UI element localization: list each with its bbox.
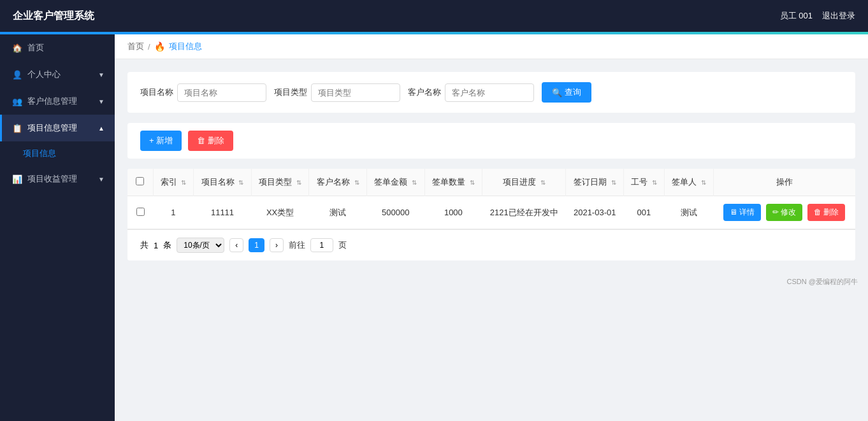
pagination-total: 1 (154, 241, 158, 250)
th-index-label: 索引 (161, 177, 177, 187)
delete-btn-label: 🗑 删除 (197, 135, 224, 146)
pagination-unit: 条 (163, 239, 171, 251)
sidebar: 🏠 首页 👤 个人中心 ▼ 👥 客户信息管理 ▼ 📋 项目信息管理 ▲ 项目信息… (0, 34, 115, 421)
prev-page-button[interactable]: ‹ (229, 238, 243, 252)
action-bar: + 新增 🗑 删除 (127, 123, 855, 159)
th-project-name-label: 项目名称 (201, 177, 235, 187)
cell-project-type: XX类型 (251, 196, 309, 229)
detail-button[interactable]: 🖥 详情 (723, 204, 761, 221)
cell-project-name: 11111 (194, 196, 252, 229)
select-all-checkbox[interactable] (136, 177, 144, 185)
project-name-label: 项目名称 (140, 87, 173, 98)
revenue-icon: 📊 (12, 175, 22, 184)
sort-icon-sign-date: ⇅ (611, 179, 616, 186)
current-page-indicator[interactable]: 1 (249, 238, 264, 252)
th-signer[interactable]: 签单人 ⇅ (664, 169, 713, 196)
th-project-progress[interactable]: 项目进度 ⇅ (482, 169, 566, 196)
content-area: 项目名称 项目类型 客户名称 🔍 查询 + (115, 59, 868, 273)
next-page-button[interactable]: › (270, 238, 284, 252)
table-container: 索引 ⇅ 项目名称 ⇅ 项目类型 ⇅ (127, 169, 855, 260)
logout-button[interactable]: 退出登录 (822, 10, 855, 22)
th-index[interactable]: 索引 ⇅ (153, 169, 194, 196)
filter-project-type: 项目类型 (274, 83, 400, 102)
cell-index: 1 (153, 196, 194, 229)
fire-icon: 🔥 (154, 41, 165, 52)
th-sign-date-label: 签订日期 (574, 177, 607, 187)
project-type-input[interactable] (311, 83, 400, 102)
footer-watermark: CSDN @爱编程的阿牛 (115, 273, 868, 290)
chevron-up-icon: ▲ (98, 125, 105, 132)
sidebar-item-personal[interactable]: 👤 个人中心 ▼ (0, 61, 115, 88)
table-header-row: 索引 ⇅ 项目名称 ⇅ 项目类型 ⇅ (127, 169, 855, 196)
filter-customer-name: 客户名称 (408, 83, 534, 102)
sort-icon-project-type: ⇅ (296, 179, 301, 186)
cell-contract-amount: 500000 (366, 196, 424, 229)
th-signer-label: 签单人 (672, 177, 697, 187)
sidebar-item-customer[interactable]: 👥 客户信息管理 ▼ (0, 88, 115, 115)
chevron-down-icon-3: ▼ (98, 176, 105, 183)
th-project-name[interactable]: 项目名称 ⇅ (194, 169, 252, 196)
breadcrumb-home[interactable]: 首页 (127, 41, 144, 52)
main-content: 首页 / 🔥 项目信息 项目名称 项目类型 客户名称 (115, 34, 868, 421)
project-type-label: 项目类型 (274, 87, 307, 98)
customer-name-label: 客户名称 (408, 87, 441, 98)
batch-delete-button[interactable]: 🗑 删除 (188, 131, 233, 151)
page-size-select[interactable]: 10条/页 20条/页 50条/页 (177, 238, 224, 253)
home-icon: 🏠 (12, 43, 22, 53)
filter-bar: 项目名称 项目类型 客户名称 🔍 查询 (127, 72, 855, 113)
goto-suffix: 页 (338, 239, 347, 251)
sidebar-item-customer-label: 客户信息管理 (27, 96, 77, 107)
sidebar-item-revenue-label: 项目收益管理 (27, 173, 77, 185)
select-all-th (127, 169, 153, 196)
filter-project-name: 项目名称 (140, 83, 266, 102)
cell-signer: 测试 (664, 196, 713, 229)
pagination-total-label: 共 (140, 239, 148, 251)
add-button[interactable]: + 新增 (140, 131, 182, 151)
th-operations-label: 操作 (776, 177, 793, 187)
top-header: 企业客户管理系统 员工 001 退出登录 (0, 0, 868, 32)
sidebar-item-project-label: 项目信息管理 (27, 122, 77, 134)
sort-icon-customer-name: ⇅ (354, 179, 359, 186)
sort-icon-index: ⇅ (181, 179, 186, 186)
row-checkbox[interactable] (136, 208, 145, 216)
search-icon: 🔍 (552, 88, 562, 97)
sidebar-item-home[interactable]: 🏠 首页 (0, 34, 115, 61)
cell-customer-name: 测试 (309, 196, 367, 229)
th-sign-date[interactable]: 签订日期 ⇅ (566, 169, 624, 196)
sort-icon-project-name: ⇅ (238, 179, 243, 186)
user-area: 员工 001 退出登录 (780, 10, 855, 22)
data-table: 索引 ⇅ 项目名称 ⇅ 项目类型 ⇅ (127, 169, 855, 229)
breadcrumb: 首页 / 🔥 项目信息 (115, 34, 868, 59)
th-customer-name[interactable]: 客户名称 ⇅ (309, 169, 367, 196)
goto-page-input[interactable] (310, 238, 333, 252)
sort-icon-project-progress: ⇅ (540, 179, 546, 186)
sidebar-subitem-project-info[interactable]: 项目信息 (0, 141, 115, 166)
layout: 🏠 首页 👤 个人中心 ▼ 👥 客户信息管理 ▼ 📋 项目信息管理 ▲ 项目信息… (0, 34, 868, 421)
app-title: 企业客户管理系统 (13, 10, 94, 23)
row-delete-button[interactable]: 🗑 删除 (807, 204, 845, 221)
customer-name-input[interactable] (445, 83, 534, 102)
breadcrumb-separator: / (148, 42, 150, 52)
breadcrumb-current: 项目信息 (169, 41, 202, 52)
th-contract-amount-label: 签单金额 (374, 177, 407, 187)
th-project-type[interactable]: 项目类型 ⇅ (251, 169, 309, 196)
sidebar-item-revenue[interactable]: 📊 项目收益管理 ▼ (0, 166, 115, 192)
watermark-text: CSDN @爱编程的阿牛 (787, 278, 858, 285)
project-name-input[interactable] (177, 83, 266, 102)
cell-project-progress: 2121已经在开发中 (482, 196, 566, 229)
th-operations: 操作 (713, 169, 855, 196)
th-contract-count[interactable]: 签单数量 ⇅ (424, 169, 482, 196)
cell-operations: 🖥 详情 ✏ 修改 🗑 删除 (713, 196, 855, 229)
th-customer-name-label: 客户名称 (317, 177, 350, 187)
chevron-down-icon-2: ▼ (98, 98, 105, 105)
edit-button[interactable]: ✏ 修改 (766, 204, 802, 221)
sidebar-item-project[interactable]: 📋 项目信息管理 ▲ (0, 115, 115, 141)
th-employee-id[interactable]: 工号 ⇅ (623, 169, 664, 196)
th-contract-amount[interactable]: 签单金额 ⇅ (366, 169, 424, 196)
user-info: 员工 001 (780, 10, 813, 22)
personal-icon: 👤 (12, 70, 22, 80)
th-project-type-label: 项目类型 (259, 177, 292, 187)
search-button[interactable]: 🔍 查询 (542, 82, 591, 103)
add-btn-label: + 新增 (149, 135, 173, 146)
sort-icon-contract-amount: ⇅ (412, 179, 417, 186)
